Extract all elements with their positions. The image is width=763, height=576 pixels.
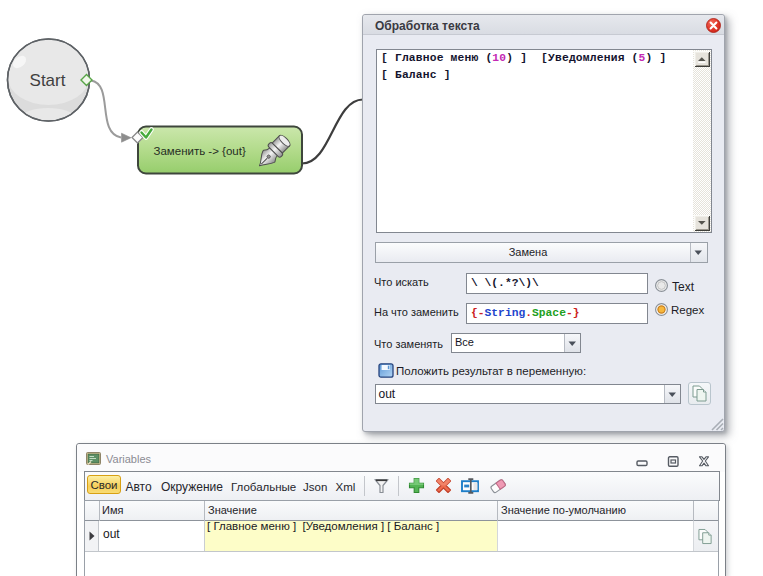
- svg-text:Заменить -> {out}: Заменить -> {out}: [154, 145, 246, 157]
- svg-text:Start: Start: [30, 71, 66, 90]
